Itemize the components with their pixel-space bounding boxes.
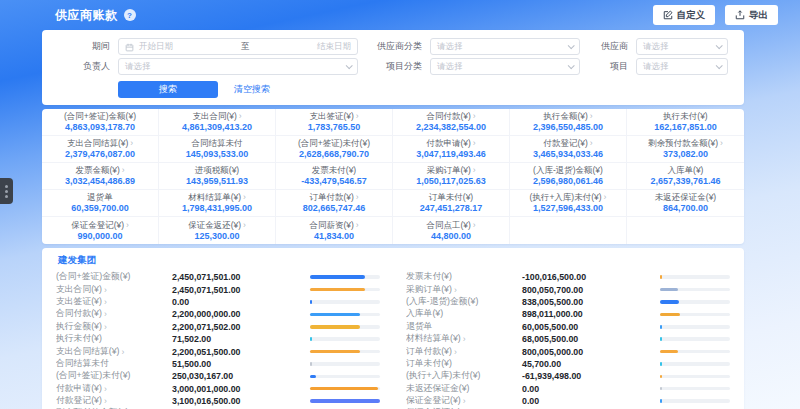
metric-bar-fill [660, 275, 662, 279]
metric-bar-fill [660, 288, 678, 292]
owner-select[interactable]: 请选择 [118, 58, 358, 75]
chevron-down-icon [346, 62, 353, 69]
metric-label[interactable]: 合同付款(¥)› [56, 308, 166, 320]
metric-row: 合同付款(¥)›2,200,000,000.00 [56, 308, 380, 320]
summary-cell-value: 247,451,278.17 [420, 203, 483, 214]
summary-cell[interactable]: 保证金返还(¥)›125,300.00 [159, 217, 276, 244]
metric-value: 898,011,000.00 [522, 309, 654, 319]
metric-label[interactable]: 材料结算单(¥)› [406, 333, 516, 345]
clear-search-link[interactable]: 清空搜索 [234, 83, 270, 96]
metric-bar-fill [310, 313, 360, 317]
metric-label: 合同结算未付 [56, 358, 166, 370]
chevron-right-icon: › [122, 166, 125, 174]
project-select[interactable]: 请选择 [636, 58, 728, 75]
summary-cell[interactable]: 剩余预付款金额(¥)›373,082.00 [627, 136, 744, 163]
summary-cell[interactable]: 付款申请(¥)›3,047,119,493.46 [393, 136, 510, 163]
summary-cell[interactable]: 材料结算单(¥)›1,798,431,995.00 [159, 190, 276, 217]
metric-label: 发票未付(¥) [406, 271, 516, 283]
metric-row: 保证金登记(¥)›0.00 [406, 395, 730, 407]
summary-cell[interactable]: 合同付款(¥)›2,234,382,554.00 [393, 109, 510, 136]
metric-label[interactable]: 付款登记(¥)› [56, 395, 166, 407]
summary-cell[interactable]: 支出签证(¥)›1,783,765.50 [276, 109, 393, 136]
summary-cell[interactable]: 合同点工(¥)›44,800.00 [393, 217, 510, 244]
group-name[interactable]: 建发集团 [58, 254, 730, 267]
export-button[interactable]: 导出 [725, 5, 778, 25]
chevron-right-icon: › [463, 397, 466, 405]
metric-label[interactable]: 支出合同(¥)› [56, 284, 166, 296]
export-label: 导出 [749, 9, 768, 22]
summary-cell[interactable]: 采购订单(¥)›1,050,117,025.63 [393, 163, 510, 190]
summary-cell[interactable]: 执行金额(¥)›2,396,550,485.00 [510, 109, 627, 136]
summary-cell[interactable]: 支出合同结算(¥)›2,379,476,087.00 [42, 136, 159, 163]
metric-row: (执行+入库)未付(¥)-61,939,498.00 [406, 370, 730, 382]
chevron-right-icon: › [243, 221, 246, 229]
metric-label[interactable]: 保证金登记(¥)› [406, 395, 516, 407]
summary-cell-value: 143,959,511.93 [186, 176, 248, 187]
metric-label[interactable]: 采购订单(¥)› [406, 284, 516, 296]
metric-row: 未返还保证金(¥)0.00 [406, 383, 730, 395]
project-category-select[interactable]: 请选择 [430, 58, 580, 75]
metric-value: 60,005,500.00 [522, 322, 654, 332]
chevron-right-icon: › [243, 193, 246, 201]
metric-value: -100,016,500.00 [522, 272, 654, 282]
supplier-label: 供应商 [588, 40, 628, 53]
metric-label: (合同+签证)金额(¥) [56, 271, 166, 283]
customize-label: 自定义 [677, 9, 706, 22]
metric-bar-fill [310, 387, 378, 391]
chevron-right-icon: › [473, 139, 476, 147]
summary-cell[interactable]: 发票金额(¥)›3,032,454,486.89 [42, 163, 159, 190]
summary-cell[interactable]: (执行+入库)未付(¥)›1,527,596,433.00 [510, 190, 627, 217]
summary-cell-value: 1,798,431,995.00 [182, 203, 252, 214]
chevron-right-icon: › [104, 385, 107, 393]
metric-value: 2,450,071,501.00 [172, 272, 304, 282]
metric-value: 800,050,700.00 [522, 285, 654, 295]
metric-value: 2,200,051,500.00 [172, 347, 304, 357]
summary-cell-label: 材料结算单(¥)› [188, 192, 246, 202]
metric-bar-fill [310, 288, 365, 292]
metric-label[interactable]: 执行金额(¥)› [56, 321, 166, 333]
supplier-select[interactable]: 请选择 [636, 38, 728, 55]
start-date-placeholder: 开始日期 [139, 41, 173, 53]
metric-row: 订单未付(¥)45,700.00 [406, 358, 730, 370]
summary-cell-label: (合同+签证)未付(¥) [298, 138, 370, 148]
metric-row: (合同+签证)未付(¥)250,030,167.00 [56, 370, 380, 382]
metric-label: 执行未付(¥) [56, 333, 166, 345]
metric-bar-fill [310, 399, 380, 403]
side-drawer-handle[interactable] [0, 178, 13, 204]
metric-label[interactable]: 付款申请(¥)› [56, 383, 166, 395]
metric-bar-fill [660, 300, 679, 304]
period-range-input[interactable]: 开始日期 至 结束日期 [118, 38, 358, 55]
customize-button[interactable]: 自定义 [653, 5, 716, 25]
summary-cell-value: -433,479,546.57 [301, 176, 367, 187]
search-button[interactable]: 搜索 [118, 81, 218, 98]
summary-cell[interactable]: 合同薪资(¥)›41,834.00 [276, 217, 393, 244]
metric-value: 71,502.00 [172, 334, 304, 344]
help-icon[interactable]: ? [124, 9, 136, 21]
metric-bar-fill [660, 375, 662, 379]
summary-cell[interactable]: 支出合同(¥)›4,861,309,413.20 [159, 109, 276, 136]
chevron-down-icon [716, 42, 723, 49]
metric-bar-fill [310, 275, 365, 279]
summary-cell[interactable]: 保证金登记(¥)›990,000.00 [42, 217, 159, 244]
metric-bar-fill [660, 350, 678, 354]
metric-label: (执行+入库)未付(¥) [406, 370, 516, 382]
metric-label[interactable]: 支出签证(¥)› [56, 296, 166, 308]
summary-cell[interactable]: 付款登记(¥)›3,465,934,033.46 [510, 136, 627, 163]
summary-cell-value: 3,047,119,493.46 [416, 149, 486, 160]
metric-label[interactable]: 支出合同结算(¥)› [56, 346, 166, 358]
summary-cell-value: 2,657,339,761.46 [650, 176, 720, 187]
summary-cell-label: 采购订单(¥)› [426, 165, 475, 175]
summary-cell[interactable]: 订单付款(¥)›802,665,747.46 [276, 190, 393, 217]
summary-cell-value: 802,665,747.46 [303, 203, 366, 214]
metric-label[interactable]: 订单付款(¥)› [406, 346, 516, 358]
metric-value: 2,450,071,501.00 [172, 285, 304, 295]
supplier-category-select[interactable]: 请选择 [430, 38, 580, 55]
metric-label: (入库-退货)金额(¥) [406, 296, 516, 308]
summary-cell-value: 2,628,668,790.70 [299, 149, 369, 160]
metric-bar-fill [660, 325, 662, 329]
owner-label: 负责人 [58, 60, 110, 73]
metric-bar-track [310, 350, 380, 354]
summary-cell-value: 2,596,980,061.46 [533, 176, 603, 187]
end-date-placeholder: 结束日期 [317, 41, 351, 53]
metric-row: 采购订单(¥)›800,050,700.00 [406, 283, 730, 295]
